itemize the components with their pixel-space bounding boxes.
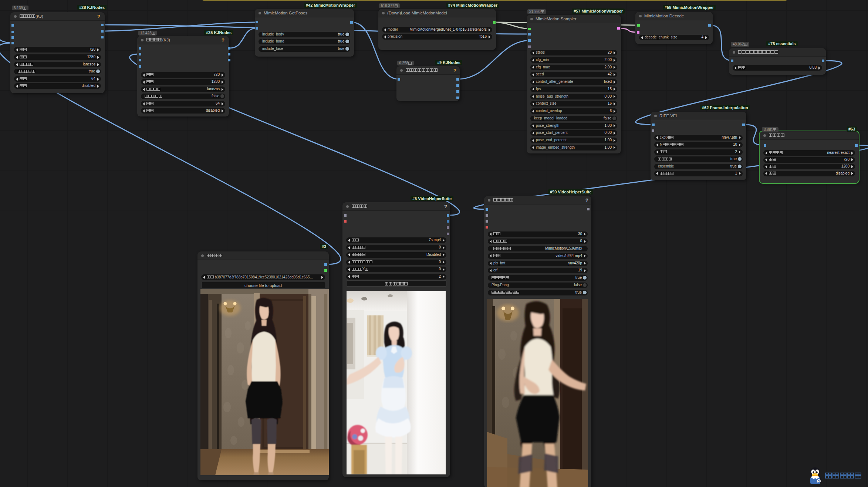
svg-text:Q: Q — [817, 480, 820, 483]
